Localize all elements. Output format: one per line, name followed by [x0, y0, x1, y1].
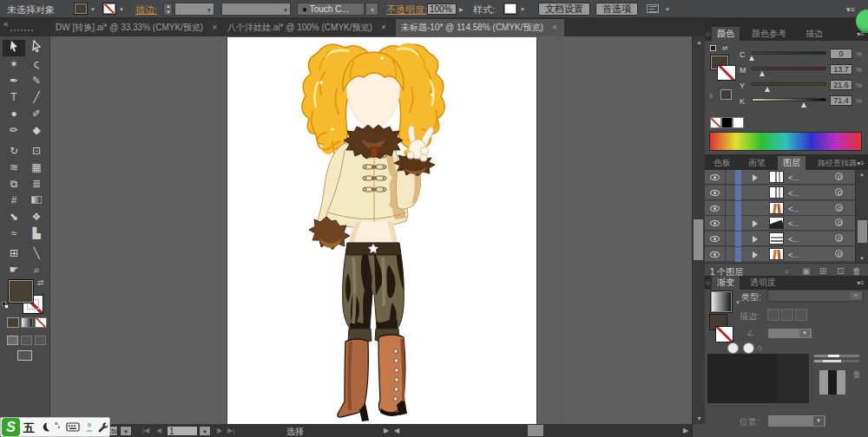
zoom-dropdown[interactable]: ▼ — [120, 426, 132, 436]
layer-target-icon[interactable] — [835, 204, 843, 212]
sogou-logo-icon[interactable]: S — [2, 418, 20, 436]
magic-wand-tool[interactable]: ✶ — [3, 56, 25, 73]
align-icon[interactable] — [647, 4, 659, 13]
slider-value-M[interactable]: 13.7 — [830, 64, 852, 75]
document-setup-button[interactable]: 文档设置 — [538, 3, 590, 16]
slider-thumb-C[interactable] — [749, 55, 754, 61]
artboard-tool[interactable]: ⊞ — [3, 245, 25, 262]
shaper-tool[interactable]: ◆ — [25, 122, 48, 139]
eye-icon[interactable] — [710, 205, 720, 212]
artboard-dropdown[interactable]: ▼ — [199, 426, 211, 436]
paintbrush-tool[interactable]: ✐ — [25, 106, 48, 122]
stroke-gradient-along-icon[interactable] — [781, 309, 793, 321]
layers-scroll-down-icon[interactable]: ▼ — [859, 256, 865, 261]
document-tab-1[interactable]: DW [转换].ai* @ 33.33% (CMYK/预览)× — [50, 19, 220, 36]
tab-stroke[interactable]: 描边 — [800, 27, 828, 41]
ime-toolbar[interactable]: S 五 °, — [0, 417, 110, 437]
layer-name-label[interactable]: <... — [788, 205, 799, 213]
zoom-tool[interactable]: ⌕ — [25, 262, 48, 278]
color-mode-button[interactable] — [7, 317, 19, 328]
tab-close-icon[interactable]: × — [212, 23, 217, 32]
hand-tool[interactable]: ☛ — [3, 262, 25, 278]
draw-normal-button[interactable] — [7, 336, 18, 345]
tab-gradient[interactable]: 渐变 — [712, 276, 740, 290]
direct-selection-tool[interactable] — [25, 40, 48, 56]
layer-row[interactable]: <... — [705, 201, 855, 216]
make-mask-icon[interactable]: ▣ — [802, 266, 810, 276]
new-layer-icon[interactable]: ⊡ — [837, 266, 844, 276]
brush-definition-field[interactable]: ▼ — [221, 3, 291, 16]
tab-brushes[interactable]: 画笔 — [743, 156, 771, 170]
gradient-stop-2[interactable] — [743, 342, 754, 354]
black-swatch[interactable] — [721, 117, 733, 128]
slider-thumb-M[interactable] — [760, 71, 765, 76]
gradient-angle-dropdown[interactable]: ▼ — [767, 328, 812, 339]
ime-profile-icon[interactable] — [84, 421, 95, 433]
panel-stroke-swatch[interactable] — [717, 65, 736, 81]
swap-fill-stroke-icon[interactable]: ⇄ — [37, 278, 44, 287]
layer-row[interactable]: <... — [705, 216, 855, 231]
out-of-gamut-cube-icon[interactable]: ⬨ — [709, 91, 713, 101]
pen-tool[interactable]: ✒ — [3, 73, 25, 89]
eye-icon[interactable] — [710, 251, 720, 258]
ime-mode-label[interactable]: 五 — [23, 421, 35, 436]
fill-swatch-large[interactable] — [8, 279, 34, 303]
default-fill-stroke-icon[interactable] — [2, 302, 9, 309]
layer-name-label[interactable]: <... — [788, 251, 799, 259]
horizontal-scrollbar-thumb[interactable] — [528, 425, 543, 436]
dock-grip[interactable] — [10, 29, 33, 31]
curvature-tool[interactable]: ✎ — [25, 73, 48, 89]
draw-inside-button[interactable] — [35, 336, 46, 345]
touch-dropdown[interactable]: ▼ — [365, 3, 378, 16]
blend-tool[interactable]: ❖ — [25, 209, 48, 225]
gradient-delete-stop-icon[interactable]: 🗑 — [852, 369, 861, 379]
layer-row[interactable]: <... — [705, 247, 855, 262]
document-tab-3[interactable]: 未标题-10* @ 114.58% (CMYK/预览)× — [396, 19, 564, 36]
gradient-preview-swatch[interactable] — [710, 290, 733, 313]
hscroll-left-icon[interactable]: ◀ — [394, 427, 399, 434]
hscroll-right-icon[interactable]: ▶ — [683, 427, 688, 434]
layer-name-label[interactable]: <... — [788, 235, 799, 244]
layer-target-icon[interactable] — [835, 250, 843, 258]
document-tab-2[interactable]: 八个洋娃娃.ai* @ 100% (CMYK/预览)× — [222, 19, 394, 36]
opacity-label[interactable]: 不透明度: — [386, 3, 427, 16]
style-dropdown-arrow[interactable]: ▼ — [520, 7, 525, 12]
gamut-swatch[interactable] — [720, 89, 732, 100]
layer-name-label[interactable]: <... — [788, 189, 799, 198]
tab-close-icon[interactable]: × — [381, 23, 386, 32]
slider-track-M[interactable] — [752, 67, 826, 70]
eye-icon[interactable] — [710, 220, 720, 226]
tab-transparency[interactable]: 透明度 — [745, 276, 781, 290]
fill-dropdown-arrow[interactable]: ▼ — [90, 7, 95, 12]
gradient-preview-arrow[interactable]: ▼ — [735, 300, 740, 305]
layer-visibility-cell[interactable] — [705, 232, 726, 246]
layers-panel-menu-icon[interactable]: ▾≡ — [857, 160, 865, 167]
layer-name-label[interactable]: <... — [788, 173, 799, 182]
style-swatch[interactable] — [503, 3, 517, 15]
gradient-tool[interactable] — [25, 192, 48, 209]
ime-wrench-icon[interactable] — [97, 421, 108, 433]
white-swatch[interactable] — [733, 117, 744, 128]
gradient-position-dropdown[interactable]: ▼ — [767, 414, 826, 427]
gradient-mode-button[interactable] — [21, 317, 33, 328]
preferences-button[interactable]: 首选项 — [595, 3, 638, 16]
align-dropdown-arrow[interactable]: ▼ — [665, 7, 670, 12]
stroke-weight-label[interactable]: 描边: — [135, 3, 157, 16]
draw-behind-button[interactable] — [21, 336, 32, 345]
fill-color-swatch[interactable] — [74, 3, 88, 15]
stroke-color-swatch[interactable] — [102, 3, 116, 15]
layers-scroll-up-icon[interactable]: ▲ — [859, 172, 865, 177]
new-sublayer-icon[interactable]: ⊞ — [819, 266, 826, 276]
slider-value-K[interactable]: 71.4 — [830, 95, 852, 106]
none-mode-button[interactable] — [35, 317, 47, 328]
selection-tool[interactable] — [3, 40, 25, 56]
ime-punct-icon[interactable]: °, — [55, 421, 60, 429]
eye-icon[interactable] — [710, 190, 720, 196]
collapse-dock-icon[interactable]: « — [3, 19, 9, 29]
vertical-scrollbar-thumb[interactable] — [694, 219, 703, 260]
slice-tool[interactable]: ╲ — [25, 245, 48, 262]
stroke-stepper[interactable]: ▲▼ — [163, 3, 173, 16]
rotate-tool[interactable]: ↻ — [3, 143, 25, 160]
layers-scrollbar-thumb[interactable] — [858, 220, 867, 243]
swap-colors-icon[interactable]: ⇄ — [722, 44, 728, 52]
